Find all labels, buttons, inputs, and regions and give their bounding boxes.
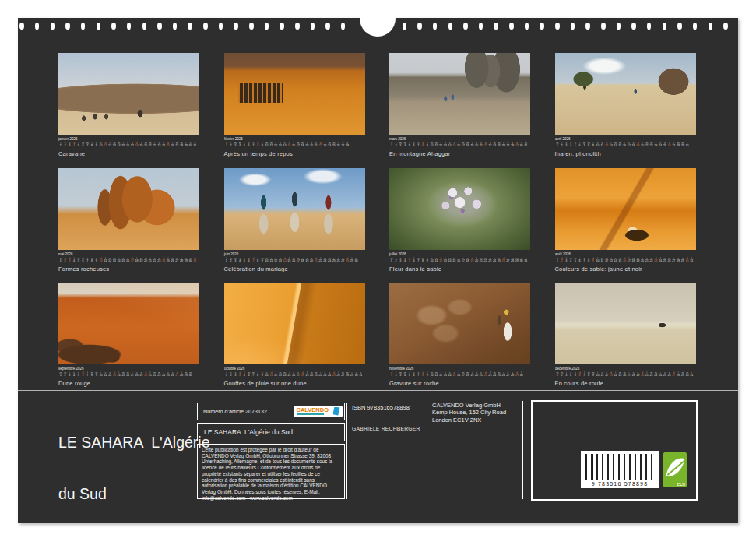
barcode-bars — [585, 454, 654, 480]
month-label: juin 2026 — [224, 252, 365, 256]
binding-hole — [111, 23, 116, 30]
month-cell-3: mars 2026d1l2m3m4j5v6s7d8l9m10m11j12v13s… — [389, 53, 530, 157]
hanging-notch — [360, 1, 396, 37]
binding-hole — [663, 23, 667, 30]
binding-hole — [325, 23, 330, 30]
calendar-title-line2: du Sud — [58, 485, 210, 502]
month-label: août 2026 — [555, 252, 696, 256]
month-cell-6: juin 2026l1m2m3j4v5s6d7l8m9m10j11v12s13d… — [224, 168, 365, 272]
month-label: janvier 2026 — [58, 137, 199, 141]
binding-hole — [65, 23, 70, 30]
binding-hole — [81, 23, 86, 30]
binding-hole — [693, 23, 698, 30]
photo-desert-track-vehicle — [555, 283, 696, 364]
mini-calendar: m1m2j3v4s5d6l7m8m9j10v11s12d13l14m15m16j… — [58, 371, 199, 378]
binding-hole — [341, 23, 346, 30]
mini-calendar: m1j2v3s4d5l6m7m8j9v10s11d12l13m14m15j16v… — [555, 142, 696, 148]
month-label: février 2026 — [224, 137, 365, 141]
binding-hole — [417, 23, 422, 30]
mini-calendar: v1s2d3l4m5m6j7v8s9d10l11m12m13j14v15s16d… — [58, 256, 199, 262]
binding-hole — [234, 23, 238, 30]
binding-hole — [219, 23, 223, 30]
mini-calendar: d1l2m3m4j5v6s7d8l9m10m11j12v13s14d15l16m… — [389, 371, 530, 378]
month-label: octobre 2026 — [224, 367, 365, 371]
binding-hole — [448, 23, 453, 30]
month-cell-10: octobre 2026j1v2s3d4l5m6m7j8v9s10d11l12m… — [224, 283, 365, 387]
calendar-title: LE SAHARA L'Algérie du Sud — [58, 399, 210, 536]
month-cell-4: avril 2026m1j2v3s4d5l6m7m8j9v10s11d12l13… — [555, 53, 696, 157]
month-cell-2: février 2026d1l2m3m4j5v6s7d8l9m10m11j12v… — [224, 53, 365, 157]
column-divider-2 — [522, 401, 523, 499]
photo-ahaggar-mountains — [389, 53, 530, 135]
photo-red-dune — [58, 283, 199, 364]
month-caption: Dune rouge — [58, 380, 199, 387]
article-number: Numéro d'article 2073132 — [203, 408, 267, 415]
eco-badge: eco — [663, 452, 687, 487]
mini-calendar: d1l2m3m4j5v6s7d8l9m10m11j12v13s14d15l16m… — [389, 142, 530, 148]
binding-hole — [311, 23, 315, 30]
month-label: mai 2026 — [58, 252, 199, 256]
month-caption: Caravane — [58, 150, 199, 157]
photo-iharen-rock — [555, 53, 696, 135]
binding-hole — [203, 23, 208, 30]
month-cell-1: janvier 2026j1v2s3d4l5m6m7j8v9s10d11l12m… — [58, 53, 199, 157]
month-caption: En cours de route — [555, 380, 696, 387]
month-caption: Après un temps de repos — [224, 150, 365, 157]
photo-dune-with-grate — [224, 53, 365, 135]
binding-hole — [509, 23, 514, 30]
month-caption: Couleurs de sable: jaune et noir — [555, 265, 696, 272]
binding-hole — [295, 23, 300, 30]
binding-hole — [403, 23, 407, 30]
column-divider-1 — [346, 403, 347, 499]
publisher-address-line: Kemp House, 152 City Road — [432, 409, 506, 416]
calendar-title-line1: LE SAHARA L'Algérie — [58, 434, 210, 451]
month-label: juillet 2026 — [389, 252, 530, 256]
binding-hole — [601, 23, 606, 30]
footer-divider — [18, 390, 738, 391]
binding-hole — [494, 23, 498, 30]
month-label: mars 2026 — [389, 137, 530, 141]
copyright-box: Cette publication est protégée par le dr… — [197, 444, 345, 499]
calvendo-tagline-stripe — [297, 413, 324, 415]
mini-calendar: m1j2v3s4d5l6m7m8j9v10s11d12l13m14m15j16v… — [389, 256, 530, 262]
calvendo-logo: CALVENDO — [294, 406, 343, 417]
binding-hole — [97, 23, 101, 30]
month-cell-11: novembre 2026d1l2m3m4j5v6s7d8l9m10m11j12… — [389, 283, 530, 387]
binding-hole — [127, 23, 132, 30]
binding-hole — [142, 23, 147, 30]
binding-hole — [51, 23, 55, 30]
month-caption: En montagne Ahaggar — [389, 150, 530, 157]
binding-hole — [433, 23, 438, 30]
copyright-text: Cette publication est protégée par le dr… — [202, 447, 332, 501]
month-caption: Formes rocheuses — [58, 265, 199, 272]
binding-hole — [631, 23, 636, 30]
month-cell-9: septembre 2026m1m2j3v4s5d6l7m8m9j10v11s1… — [58, 283, 199, 387]
binding-hole — [157, 23, 162, 30]
photo-dunes-dark-rock — [555, 168, 696, 250]
binding-hole — [249, 23, 254, 30]
photo-rock-formations — [58, 168, 199, 250]
calvendo-flag-icon — [333, 407, 340, 416]
photo-camel-riders — [224, 168, 365, 250]
leaf-icon — [666, 455, 685, 478]
month-cell-5: mai 2026v1s2d3l4m5m6j7v8s9d10l11m12m13j1… — [58, 168, 199, 272]
binding-hole — [709, 23, 713, 30]
binding-hole — [525, 23, 529, 30]
calendar-back-cover: janvier 2026j1v2s3d4l5m6m7j8v9s10d11l12m… — [0, 0, 756, 545]
photo-rock-engraving — [389, 283, 530, 364]
calvendo-wordmark: CALVENDO — [297, 407, 329, 413]
binding-hole — [265, 23, 269, 30]
mini-calendar: d1l2m3m4j5v6s7d8l9m10m11j12v13s14d15l16m… — [224, 142, 365, 148]
barcode-box: 9 783516 578898 eco — [531, 400, 698, 501]
product-title: LE SAHARA L'Algérie du Sud — [204, 428, 293, 436]
binding-hole — [188, 23, 192, 30]
binding-hole — [555, 23, 560, 30]
month-caption: Célébration du mariage — [224, 265, 365, 272]
mini-calendar: l1m2m3j4v5s6d7l8m9m10j11v12s13d14l15m16m… — [224, 256, 365, 262]
product-title-box: LE SAHARA L'Algérie du Sud — [197, 423, 345, 441]
binding-hole — [173, 23, 178, 30]
binding-hole — [723, 23, 728, 30]
binding-hole — [647, 23, 652, 30]
isbn-text: ISBN 9783516578898 — [352, 404, 410, 411]
barcode-digits: 9 783516 578898 — [581, 481, 659, 487]
